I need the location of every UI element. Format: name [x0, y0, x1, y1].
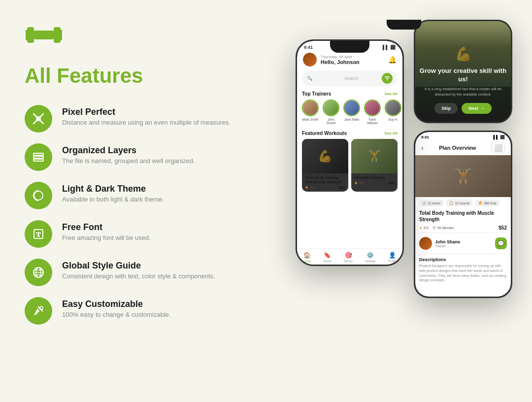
feature-title-pixel-perfect: Pixel Perfect [62, 107, 231, 117]
workout-card-2[interactable]: 🏋️ Strength Training ★ 4.5 $48 [351, 139, 398, 192]
feature-desc-easy-customize: 100% easy to change & customizable. [62, 311, 170, 318]
page-wrapper: All Features Pixel Perfect Distance and … [0, 0, 532, 402]
feature-desc-pixel-perfect: Distance and measure using an even multi… [62, 119, 231, 126]
avatar [303, 53, 317, 67]
feature-desc-light-dark: Available in both light & dark theme. [62, 196, 164, 203]
nav-profile-label: Profile [388, 260, 397, 263]
workout-meta-2: ★ 4.5 $48 [354, 181, 395, 185]
fire-icon: 🔥 [478, 201, 482, 205]
feature-desc-free-font: Free amazing font will be used. [62, 234, 151, 241]
status-icons: ▌▌ ⬛ [383, 45, 396, 50]
plan-time-value: 50 Minutes [437, 226, 454, 230]
feature-item-organized-layers: Organized Layers The file is named, grou… [25, 143, 281, 171]
plan-divider-1 [419, 233, 507, 233]
phone-onboarding-mockup: 💪 Grow your creative skill with us! It i… [414, 20, 512, 123]
plan-rating: ★ 5.0 [419, 226, 429, 230]
plan-header: ‹ Plan Overview ⬜ [415, 140, 511, 155]
description-section: Descriptions Product Designers are respo… [415, 255, 511, 285]
next-button-label: Next [468, 106, 478, 111]
next-button[interactable]: Next → [462, 103, 492, 114]
nav-item-advice[interactable]: 🎯 Advice [344, 252, 353, 263]
plan-screen: 9:41 ▌▌ ⬛ ‹ Plan Overview ⬜ 🏋️ [415, 132, 511, 297]
brand-logo [25, 20, 64, 54]
workout-price-1: $52 [339, 185, 345, 190]
feature-item-global-style: Global Style Guide Consistent design wit… [25, 259, 281, 286]
nav-settings-icon: ⚙️ [366, 252, 374, 259]
workout-star-1: ★ [305, 185, 308, 190]
trainer-name-3: Jane Mate [344, 118, 359, 121]
trainer-item-3[interactable]: Jane Mate [343, 100, 360, 125]
feature-text-global-style: Global Style Guide Consistent design wit… [62, 259, 215, 280]
notification-icon[interactable]: 🔔 [388, 56, 397, 64]
workouts-see-all[interactable]: See All [385, 131, 398, 135]
feature-icon-light-dark [25, 182, 52, 209]
feature-desc-global-style: Consistent design with text, color style… [62, 272, 215, 280]
svg-point-20 [40, 306, 43, 309]
feature-title-organized-layers: Organized Layers [62, 145, 195, 156]
plan-price: $52 [499, 225, 507, 231]
plan-status-icons: ▌▌ ⬛ [493, 135, 505, 139]
phone-center-mockup: 9:41 ▌▌ ⬛ Thursday, 06 April Hello, John… [296, 39, 404, 266]
feature-text-light-dark: Light & Dark Theme Available in both lig… [62, 182, 164, 203]
back-icon[interactable]: ‹ [421, 144, 424, 152]
bottom-nav: 🏠 Home 🔖 Saved 🎯 Advice ⚙️ Settings [297, 248, 402, 265]
feature-title-easy-customize: Easy Customizable [62, 299, 170, 309]
trainer-item-1[interactable]: Mark Smith [302, 100, 319, 125]
skip-button[interactable]: Skip [434, 103, 458, 114]
search-bar[interactable]: 🔍 Search [302, 70, 398, 86]
nav-advice-label: Advice [344, 260, 353, 263]
workout-meta-1: ★ 5.0 $52 [305, 185, 345, 190]
workout-rating-1: 5.0 [310, 186, 315, 189]
nav-item-saved[interactable]: 🔖 Saved [323, 252, 332, 263]
plan-hero-person: 🏋️ [415, 155, 511, 197]
right-section: 9:41 ▌▌ ⬛ Thursday, 06 April Hello, John… [296, 20, 512, 298]
chat-button[interactable]: 💬 [495, 237, 507, 249]
user-info: Thursday, 06 April Hello, Johnson [303, 53, 360, 67]
course-icon: 📋 [449, 201, 453, 205]
trainer-avatar-5 [385, 100, 401, 116]
status-time: 9:41 [304, 45, 313, 50]
plan-status-bar: 9:41 ▌▌ ⬛ [415, 132, 511, 140]
nav-item-home[interactable]: 🏠 Home [303, 252, 311, 263]
page-title: All Features [25, 64, 281, 88]
plan-tags: ⏱ 12 Hours 📋 10 Course 🔥 280 Kcal [415, 197, 511, 209]
feature-icon-easy-customize [25, 297, 52, 325]
trainer-item-4[interactable]: Kane Watson [364, 100, 381, 125]
feature-item-easy-customize: Easy Customizable 100% easy to change & … [25, 297, 281, 325]
search-placeholder: Search [344, 76, 379, 81]
svg-rect-1 [34, 31, 54, 39]
trainers-see-all[interactable]: See All [385, 92, 398, 96]
nav-item-profile[interactable]: 👤 Profile [388, 252, 397, 263]
workout-price-2: $48 [388, 181, 395, 185]
filter-button[interactable] [382, 73, 393, 84]
plan-meta: ★ 5.0 ⏱ 50 Minutes $52 [415, 224, 511, 232]
plan-rating-value: 5.0 [424, 226, 429, 230]
feature-text-free-font: Free Font Free amazing font will be used… [62, 220, 151, 241]
plan-star-icon: ★ [419, 226, 422, 230]
nav-item-settings[interactable]: ⚙️ Settings [365, 252, 376, 263]
plan-hero-image: 🏋️ [415, 155, 511, 197]
trainers-section-header: Top Trainers See All [297, 88, 402, 99]
plan-workout-title: Total Body Training with Muscle Strength [415, 209, 511, 224]
nav-advice-icon: 🎯 [345, 252, 352, 259]
greeting: Thursday, 06 April Hello, Johnson [321, 55, 360, 65]
workout-name-1: Total Body Training with Muscle Strength [305, 175, 345, 184]
trainer-item-2[interactable]: John Shane [323, 100, 339, 125]
trainer-role: Trainer [435, 244, 460, 248]
workout-name-2: Strength Training [354, 175, 395, 180]
workout-star-2: ★ [354, 181, 358, 185]
svg-rect-8 [33, 159, 43, 161]
feature-icon-global-style [25, 259, 52, 286]
plan-tag-course: 📋 10 Course [446, 200, 473, 206]
trainers-section-title: Top Trainers [302, 91, 331, 97]
workout-card-1[interactable]: 💪 Total Body Training with Muscle Streng… [302, 139, 348, 192]
plan-tag-kcal-label: 280 Kcal [484, 201, 496, 205]
feature-text-pixel-perfect: Pixel Perfect Distance and measure using… [62, 105, 231, 126]
feature-desc-organized-layers: The file is named, grouped and well orga… [62, 157, 195, 165]
feature-text-organized-layers: Organized Layers The file is named, grou… [62, 143, 195, 165]
svg-text:T: T [36, 231, 41, 238]
trainer-item-5[interactable]: Guy H. [385, 100, 401, 125]
save-icon[interactable]: ⬜ [492, 142, 505, 153]
feature-title-light-dark: Light & Dark Theme [62, 184, 164, 194]
trainer-section: John Shane Trainer 💬 [415, 234, 511, 253]
